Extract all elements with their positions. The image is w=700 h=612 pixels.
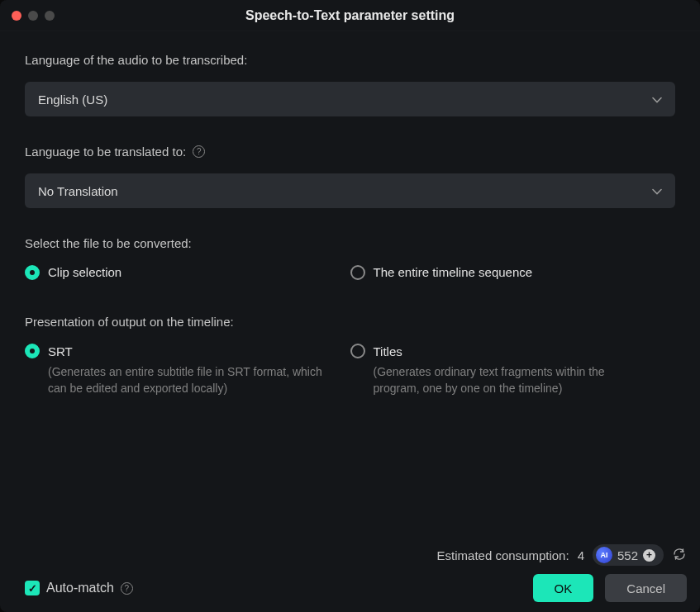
window-minimize-button[interactable] [28,11,38,21]
target-language-select[interactable]: No Translation [25,173,675,208]
radio-label: Clip selection [48,265,121,279]
add-credits-button[interactable]: + [643,549,655,562]
dialog-window: Speech-to-Text parameter setting Languag… [0,0,700,612]
target-language-value: No Translation [38,184,118,198]
presentation-label: Presentation of output on the timeline: [25,315,675,329]
footer-buttons: OK Cancel [533,574,687,602]
radio-description: (Generates an entire subtitle file in SR… [48,363,329,397]
target-language-label-text: Language to be translated to: [25,145,186,159]
titlebar: Speech-to-Text parameter setting [0,0,700,31]
chevron-down-icon [652,183,662,198]
checkbox-indicator: ✓ [25,581,40,595]
source-language-label: Language of the audio to be transcribed: [25,53,675,67]
help-icon[interactable]: ? [121,582,133,595]
ai-badge-icon: AI [596,547,612,563]
dialog-content: Language of the audio to be transcribed:… [0,31,700,397]
presentation-radio-group: SRT (Generates an entire subtitle file i… [25,344,675,397]
consumption-row: Estimated consumption: 4 AI 552 + [437,544,687,566]
refresh-icon[interactable] [672,547,687,564]
cancel-button[interactable]: Cancel [605,574,687,602]
window-maximize-button[interactable] [45,11,55,21]
radio-clip-selection[interactable]: Clip selection [25,265,350,280]
target-language-label: Language to be translated to: ? [25,145,675,159]
file-selection-radio-group: Clip selection The entire timeline seque… [25,265,675,280]
ok-button[interactable]: OK [533,574,594,602]
radio-indicator [25,344,40,358]
file-selection-label: Select the file to be converted: [25,236,675,250]
chevron-down-icon [652,92,662,107]
consumption-label: Estimated consumption: [437,548,569,562]
radio-label: SRT [48,344,73,358]
radio-description: (Generates ordinary text fragments withi… [374,363,655,397]
window-title: Speech-to-Text parameter setting [245,8,455,23]
radio-srt[interactable]: SRT (Generates an entire subtitle file i… [25,344,350,397]
source-language-select[interactable]: English (US) [25,82,675,116]
radio-label: The entire timeline sequence [374,265,533,279]
source-language-value: English (US) [38,93,107,107]
radio-indicator [350,265,365,280]
help-icon[interactable]: ? [193,145,205,158]
credits-value: 552 [617,548,638,562]
radio-label: Titles [374,344,402,358]
radio-titles[interactable]: Titles (Generates ordinary text fragment… [350,344,676,397]
auto-match-checkbox[interactable]: ✓ Auto-match ? [25,581,133,595]
radio-indicator [350,344,365,358]
radio-indicator [25,265,40,280]
window-close-button[interactable] [12,11,21,21]
traffic-lights [0,11,55,21]
auto-match-label: Auto-match [46,581,114,595]
ai-credits-pill: AI 552 + [593,544,664,566]
consumption-value: 4 [578,548,584,562]
radio-entire-timeline[interactable]: The entire timeline sequence [350,265,676,280]
footer: ✓ Auto-match ? OK Cancel [25,574,687,602]
